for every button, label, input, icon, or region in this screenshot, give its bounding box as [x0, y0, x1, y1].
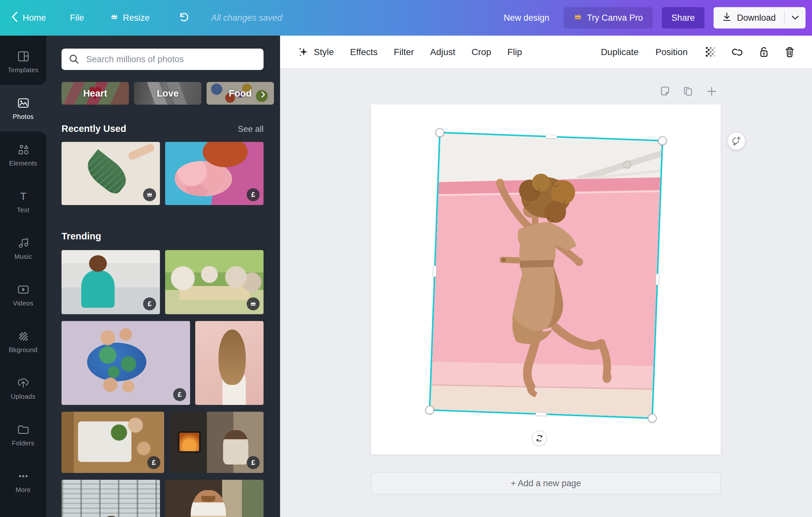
save-status: All changes saved [211, 13, 282, 23]
more-icon [17, 469, 30, 483]
link-button[interactable] [730, 46, 744, 58]
pro-crown-badge [247, 297, 260, 310]
search-box[interactable] [61, 49, 264, 70]
recently-used-title: Recently Used [61, 124, 126, 134]
resize-handle-left[interactable] [433, 265, 437, 277]
category-chip-heart[interactable]: Heart [61, 82, 129, 105]
new-design-button[interactable]: New design [504, 13, 549, 23]
resize-label: Resize [123, 13, 150, 23]
chips-next-button[interactable]: › [261, 82, 265, 105]
sidebar-item-background[interactable]: Bkground [0, 318, 46, 365]
adjust-button[interactable]: Adjust [430, 47, 456, 57]
sidebar-label-elements: Elements [9, 160, 37, 167]
crop-button[interactable]: Crop [471, 47, 491, 57]
sidebar-label-background: Videos [13, 300, 33, 307]
file-menu[interactable]: File [70, 13, 84, 23]
selected-photo-element[interactable] [429, 132, 663, 419]
paid-pound-badge: £ [143, 297, 156, 310]
resize-handle-bottom-left[interactable] [425, 406, 434, 415]
resize-handle-right[interactable] [655, 273, 659, 285]
photo-thumbnail-fireplace[interactable]: £ [169, 412, 264, 473]
add-page-icon-button[interactable] [705, 85, 718, 98]
photo-thumbnail-roses-bouquet[interactable]: £ [165, 142, 264, 205]
sidebar-item-more[interactable]: More [0, 458, 46, 505]
resize-handle-bottom-right[interactable] [648, 414, 657, 423]
new-design-label: New design [504, 13, 549, 23]
search-input[interactable] [85, 54, 256, 65]
paid-pound-badge: £ [147, 456, 160, 469]
sidebar-label-uploads: Uploads [11, 393, 35, 400]
style-button[interactable]: Style [297, 46, 334, 58]
videos-icon [17, 283, 30, 296]
position-button[interactable]: Position [655, 47, 688, 57]
photo-thumbnail-palm-leaf[interactable] [61, 142, 160, 205]
download-main[interactable]: Download [714, 12, 784, 24]
photo-thumbnail-kitchen-sink[interactable]: £ [61, 412, 164, 473]
sidebar-item-uploads[interactable]: Uploads [0, 365, 46, 411]
trending-header: Trending [61, 231, 264, 242]
jumping-woman-photo [431, 133, 662, 417]
sidebar-item-templates[interactable]: Templates [0, 38, 46, 85]
chevron-right-icon: › [261, 85, 265, 102]
filter-button[interactable]: Filter [394, 47, 414, 57]
effects-button[interactable]: Effects [350, 47, 378, 57]
trending-title: Trending [61, 231, 101, 242]
duplicate-button[interactable]: Duplicate [601, 47, 639, 57]
duplicate-page-button[interactable] [682, 85, 695, 98]
copy-icon [683, 85, 694, 97]
unlock-icon [758, 46, 770, 58]
download-button[interactable]: Download [714, 7, 806, 28]
style-label: Style [314, 47, 334, 57]
home-label: Home [23, 13, 46, 23]
try-canva-pro-button[interactable]: Try Canva Pro [564, 7, 653, 28]
resize-handle-top[interactable] [545, 135, 557, 139]
category-chip-love[interactable]: Love [134, 82, 201, 105]
sidebar-item-photos[interactable]: Photos [0, 85, 46, 132]
svg-text:T: T [20, 190, 27, 202]
resize-handle-bottom[interactable] [535, 412, 547, 416]
background-icon [17, 329, 30, 343]
paid-pound-badge: £ [247, 456, 260, 469]
photo-thumbnail-picnic-friends[interactable] [165, 250, 264, 314]
sticky-note-icon [659, 85, 671, 97]
sidebar-item-text[interactable]: T Text [0, 178, 46, 225]
share-label: Share [671, 13, 695, 23]
design-page[interactable] [371, 104, 721, 455]
photo-thumbnail-glass-grid[interactable] [61, 480, 160, 517]
sidebar-item-folders[interactable]: Folders [0, 411, 46, 458]
sidebar-item-videos[interactable]: Videos [0, 271, 46, 318]
lock-button[interactable] [758, 46, 770, 58]
sidebar-item-music[interactable]: Music [0, 225, 46, 271]
share-button[interactable]: Share [662, 7, 704, 28]
download-label: Download [737, 13, 776, 23]
photo-thumbnail-earth-hands[interactable]: £ [61, 321, 190, 405]
sidebar-label-more: More [16, 486, 31, 494]
elements-icon [17, 143, 30, 157]
flip-button[interactable]: Flip [508, 47, 522, 57]
notes-button[interactable] [659, 85, 671, 98]
sidebar-label-photos: Photos [12, 113, 34, 120]
add-comment-button[interactable] [728, 133, 745, 149]
photo-thumbnail-pink-woman[interactable] [195, 321, 264, 405]
try-pro-label: Try Canva Pro [587, 13, 643, 23]
resize-button[interactable]: Resize [110, 12, 150, 23]
sidebar-item-elements[interactable]: Elements [0, 132, 46, 178]
category-chips: Heart Love Food › [61, 82, 264, 105]
undo-button[interactable] [177, 10, 190, 26]
photo-thumbnail-barista[interactable] [165, 480, 264, 517]
home-button[interactable]: Home [11, 11, 46, 25]
transparency-button[interactable] [704, 46, 717, 58]
canvas-area[interactable]: + Add a new page [280, 69, 812, 517]
crown-gold-icon [573, 12, 582, 24]
sidebar-label-music: Music [14, 253, 32, 261]
photo-thumbnail-smoothie-man[interactable]: £ [61, 250, 160, 314]
trending-row-1: £ [61, 250, 264, 314]
rotate-handle[interactable] [532, 431, 547, 446]
delete-button[interactable] [784, 46, 796, 58]
music-icon [17, 236, 30, 250]
resize-handle-top-right[interactable] [658, 136, 667, 145]
add-new-page-button[interactable]: + Add a new page [371, 472, 721, 494]
sparkle-icon [297, 46, 309, 58]
download-options-button[interactable] [785, 15, 806, 20]
see-all-link[interactable]: See all [238, 124, 264, 134]
